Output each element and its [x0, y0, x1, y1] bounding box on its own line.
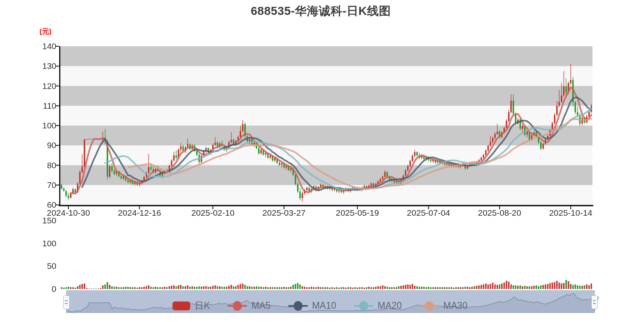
date-tick-label: 2024-10-30: [47, 208, 90, 218]
date-tick-label: 2025-03-27: [262, 208, 305, 218]
kline-chart: 688535-华海诚科-日K线图 (元) 1401301201101009080…: [0, 0, 644, 322]
volume-tick-label: 0: [0, 284, 56, 294]
price-tick-label: 130: [0, 61, 56, 71]
date-tick-label: 2025-10-14: [549, 208, 592, 218]
kline-plot-canvas[interactable]: [0, 0, 644, 322]
volume-tick-label: 50: [0, 261, 56, 271]
date-tick-label: 2025-08-20: [478, 208, 521, 218]
datazoom-handle-left[interactable]: [63, 295, 70, 309]
price-tick-label: 100: [0, 121, 56, 130]
date-tick-label: 2025-02-10: [191, 208, 234, 218]
datazoom-slider-track[interactable]: [66, 291, 594, 313]
date-tick-label: 2024-12-16: [118, 208, 161, 218]
date-tick-label: 2025-07-04: [407, 208, 450, 218]
chart-title: 688535-华海诚科-日K线图: [251, 3, 391, 19]
volume-tick-label: 100: [0, 239, 56, 248]
price-tick-label: 70: [0, 180, 56, 190]
datazoom-handle-right[interactable]: [591, 295, 598, 309]
price-tick-label: 120: [0, 81, 56, 91]
price-tick-label: 110: [0, 101, 56, 111]
date-tick-label: 2025-05-19: [336, 208, 379, 218]
price-tick-label: 90: [0, 140, 56, 150]
price-unit-label: (元): [39, 27, 52, 36]
price-tick-label: 80: [0, 161, 56, 170]
price-tick-label: 140: [0, 41, 56, 51]
